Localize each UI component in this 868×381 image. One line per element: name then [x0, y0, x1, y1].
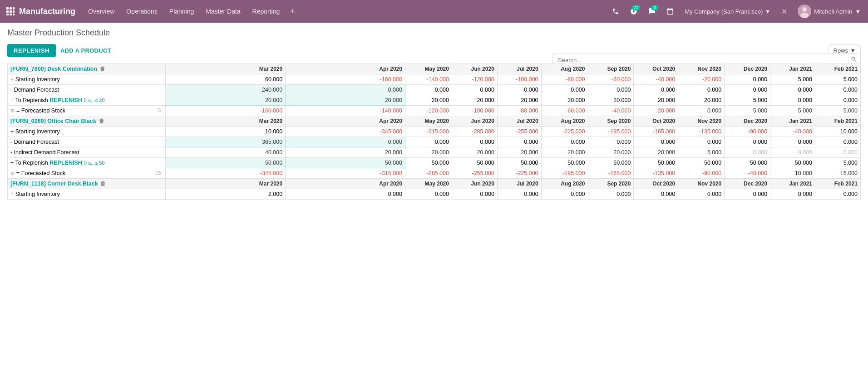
calendar-icon-button[interactable] — [663, 4, 677, 19]
forecast-value: 10.000 — [795, 170, 812, 176]
add-product-button[interactable]: ADD A PRODUCT — [60, 47, 111, 54]
editable-cell-input[interactable] — [168, 97, 282, 103]
col-header-cell: Aug 2020 — [541, 64, 588, 74]
data-cell: 0.000 — [725, 189, 770, 200]
data-cell: -135.000 — [678, 127, 725, 137]
forecast-value: -285.000 — [427, 170, 449, 176]
data-cell: 0.000 — [725, 147, 770, 158]
data-cell: -40.000 — [770, 127, 815, 137]
data-cell[interactable] — [166, 95, 286, 106]
search-icon[interactable] — [851, 56, 857, 64]
data-cell: 0.000 — [452, 137, 497, 147]
forecast-value: -80.000 — [519, 107, 538, 114]
data-cell: -255.000 — [497, 127, 541, 137]
nav-operations[interactable]: Operations — [121, 5, 163, 18]
editable-cell-input[interactable] — [288, 87, 402, 93]
replenish-link[interactable]: REPLENISH — [49, 97, 82, 103]
data-cell[interactable] — [166, 137, 286, 147]
data-cell: 20.000 — [634, 95, 678, 106]
table-row: - Demand Forecast0.0000.0000.0000.0000.0… — [8, 137, 861, 147]
product-name[interactable]: [FURN_0269] Office Chair Black — [10, 118, 96, 124]
data-cell[interactable] — [166, 158, 286, 168]
data-cell: 0.000 — [405, 137, 452, 147]
forecast-value: -20.000 — [656, 107, 675, 114]
data-cell: 20.000 — [541, 95, 588, 106]
forecast-value: -345.000 — [260, 170, 282, 176]
row-label: + To Replenish — [10, 160, 49, 166]
forecast-value: 5.000 — [843, 107, 858, 114]
replenish-button[interactable]: REPLENISH — [7, 44, 56, 57]
nav-reporting[interactable]: Reporting — [247, 5, 286, 18]
data-cell[interactable] — [286, 137, 405, 147]
col-header-cell: Sep 2020 — [588, 116, 634, 127]
data-cell[interactable] — [286, 158, 405, 168]
delete-product-icon[interactable]: 🗑 — [100, 181, 106, 187]
table-row: ⚙ = Forecasted Stock15-345.000-315.000-2… — [8, 168, 861, 179]
data-cell[interactable] — [286, 85, 405, 95]
data-cell: 0.000 — [541, 85, 588, 95]
col-header-cell: Dec 2020 — [725, 179, 770, 189]
col-header-cell: May 2020 — [405, 116, 452, 127]
data-cell: -315.000 — [405, 127, 452, 137]
activity-icon-button[interactable]: 22 — [626, 4, 641, 19]
close-button[interactable]: ✕ — [778, 5, 790, 18]
data-cell: 20.000 — [405, 147, 452, 158]
data-cell: 0.000 — [770, 85, 815, 95]
main-navigation: Overview Operations Planning Master Data… — [83, 5, 607, 18]
delete-product-icon[interactable]: 🗑 — [99, 118, 104, 124]
nav-master-data[interactable]: Master Data — [200, 5, 246, 18]
chat-icon-button[interactable]: 3 — [645, 4, 659, 19]
product-name[interactable]: [FURN_1118] Corner Desk Black — [10, 181, 98, 187]
svg-rect-3 — [6, 10, 9, 13]
user-menu[interactable]: Mitchell Admin ▼ — [794, 3, 864, 20]
editable-cell-input[interactable] — [168, 87, 282, 93]
replenish-link[interactable]: REPLENISH — [49, 160, 82, 166]
forecast-value: -40.000 — [748, 170, 767, 176]
table-row: + Starting Inventory10.000-345.000-315.0… — [8, 127, 861, 137]
data-cell: 0.000 — [770, 147, 815, 158]
data-cell: -285.000 — [452, 127, 497, 137]
data-cell: -255.000 — [452, 168, 497, 179]
col-header-cell: Apr 2020 — [286, 116, 405, 127]
forecast-value: -315.000 — [380, 170, 402, 176]
editable-cell-input[interactable] — [288, 97, 402, 103]
user-avatar — [798, 5, 811, 18]
editable-cell-input[interactable] — [168, 139, 282, 145]
data-cell: -100.000 — [497, 74, 541, 85]
phone-icon-button[interactable] — [608, 4, 623, 19]
svg-rect-1 — [10, 7, 12, 10]
data-cell: 5.000 — [770, 74, 815, 85]
col-header-cell: Apr 2020 — [286, 64, 405, 74]
col-header-cell: Aug 2020 — [541, 116, 588, 127]
data-cell: -225.000 — [497, 168, 541, 179]
data-cell: 0.000 — [770, 189, 815, 200]
company-selector[interactable]: My Company (San Francisco) ▼ — [681, 6, 774, 17]
nav-planning[interactable]: Planning — [164, 5, 200, 18]
data-cell: -120.000 — [405, 106, 452, 116]
nav-add-button[interactable]: + — [286, 5, 299, 18]
nav-overview[interactable]: Overview — [83, 5, 120, 18]
data-cell: 0.000 — [815, 147, 860, 158]
forecast-value: -90.000 — [702, 170, 721, 176]
data-cell[interactable] — [166, 85, 286, 95]
delete-product-icon[interactable]: 🗑 — [100, 66, 105, 72]
data-cell: -20.000 — [678, 74, 725, 85]
editable-cell-input[interactable] — [288, 139, 402, 145]
data-cell: 10.000 — [770, 168, 815, 179]
row-label: = Forecasted Stock — [16, 170, 65, 176]
data-cell[interactable] — [286, 95, 405, 106]
editable-cell-input[interactable] — [288, 160, 402, 166]
data-cell: -165.000 — [634, 127, 678, 137]
col-header-cell: Feb 2021 — [815, 116, 860, 127]
svg-rect-0 — [6, 7, 9, 10]
data-cell: 20.000 — [497, 147, 541, 158]
data-cell: -80.000 — [541, 74, 588, 85]
product-name[interactable]: [FURN_7800] Desk Combination — [10, 66, 97, 72]
app-grid-icon[interactable] — [4, 5, 17, 18]
data-cell: -225.000 — [541, 127, 588, 137]
product-header-row: [FURN_0269] Office Chair Black🗑Mar 2020A… — [8, 116, 861, 127]
col-header-cell: Apr 2020 — [286, 179, 405, 189]
editable-cell-input[interactable] — [168, 160, 282, 166]
data-cell: 50.000 — [725, 158, 770, 168]
data-cell: 0.000 — [770, 137, 815, 147]
